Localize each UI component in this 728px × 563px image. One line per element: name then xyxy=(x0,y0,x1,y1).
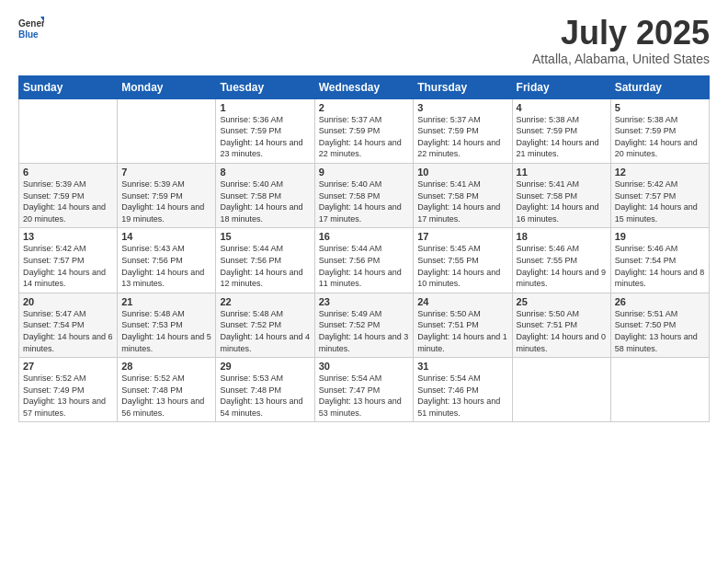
table-row: 25Sunrise: 5:50 AM Sunset: 7:51 PM Dayli… xyxy=(512,293,610,357)
table-row: 26Sunrise: 5:51 AM Sunset: 7:50 PM Dayli… xyxy=(610,293,709,357)
day-info: Sunrise: 5:45 AM Sunset: 7:55 PM Dayligh… xyxy=(417,243,507,289)
logo-icon: General Blue xyxy=(18,15,44,40)
table-row: 3Sunrise: 5:37 AM Sunset: 7:59 PM Daylig… xyxy=(414,98,512,163)
day-info: Sunrise: 5:53 AM Sunset: 7:48 PM Dayligh… xyxy=(220,373,310,419)
day-number: 9 xyxy=(319,167,410,178)
day-number: 12 xyxy=(615,167,705,178)
day-info: Sunrise: 5:50 AM Sunset: 7:51 PM Dayligh… xyxy=(517,308,607,354)
calendar-header-row: Sunday Monday Tuesday Wednesday Thursday… xyxy=(19,75,710,98)
day-info: Sunrise: 5:37 AM Sunset: 7:59 PM Dayligh… xyxy=(417,114,507,160)
day-number: 14 xyxy=(121,231,211,242)
calendar-week-row: 27Sunrise: 5:52 AM Sunset: 7:49 PM Dayli… xyxy=(19,358,710,422)
day-number: 26 xyxy=(615,296,705,307)
svg-text:General: General xyxy=(18,18,44,29)
col-thursday: Thursday xyxy=(414,75,512,98)
col-tuesday: Tuesday xyxy=(216,75,314,98)
table-row: 29Sunrise: 5:53 AM Sunset: 7:48 PM Dayli… xyxy=(216,358,314,422)
day-info: Sunrise: 5:37 AM Sunset: 7:59 PM Dayligh… xyxy=(319,114,410,160)
day-info: Sunrise: 5:48 AM Sunset: 7:52 PM Dayligh… xyxy=(220,308,310,354)
day-number: 11 xyxy=(517,167,607,178)
day-info: Sunrise: 5:47 AM Sunset: 7:54 PM Dayligh… xyxy=(23,308,113,354)
table-row: 9Sunrise: 5:40 AM Sunset: 7:58 PM Daylig… xyxy=(314,163,414,227)
table-row xyxy=(610,358,709,422)
day-number: 17 xyxy=(417,231,507,242)
day-info: Sunrise: 5:54 AM Sunset: 7:46 PM Dayligh… xyxy=(417,373,507,419)
day-number: 7 xyxy=(121,167,211,178)
day-info: Sunrise: 5:40 AM Sunset: 7:58 PM Dayligh… xyxy=(319,178,410,224)
day-number: 13 xyxy=(23,231,113,242)
day-number: 19 xyxy=(615,231,705,242)
day-info: Sunrise: 5:40 AM Sunset: 7:58 PM Dayligh… xyxy=(220,178,310,224)
day-number: 16 xyxy=(319,231,410,242)
day-info: Sunrise: 5:50 AM Sunset: 7:51 PM Dayligh… xyxy=(417,308,507,354)
table-row: 13Sunrise: 5:42 AM Sunset: 7:57 PM Dayli… xyxy=(19,228,118,293)
col-monday: Monday xyxy=(118,75,216,98)
table-row: 11Sunrise: 5:41 AM Sunset: 7:58 PM Dayli… xyxy=(512,163,610,227)
day-number: 27 xyxy=(23,361,113,372)
day-number: 8 xyxy=(220,167,310,178)
day-number: 31 xyxy=(417,361,507,372)
col-wednesday: Wednesday xyxy=(314,75,414,98)
day-info: Sunrise: 5:54 AM Sunset: 7:47 PM Dayligh… xyxy=(319,373,410,419)
table-row: 21Sunrise: 5:48 AM Sunset: 7:53 PM Dayli… xyxy=(118,293,216,357)
day-info: Sunrise: 5:42 AM Sunset: 7:57 PM Dayligh… xyxy=(23,243,113,289)
day-info: Sunrise: 5:41 AM Sunset: 7:58 PM Dayligh… xyxy=(417,178,507,224)
day-info: Sunrise: 5:52 AM Sunset: 7:48 PM Dayligh… xyxy=(121,373,211,419)
day-number: 22 xyxy=(220,296,310,307)
day-number: 28 xyxy=(121,361,211,372)
calendar-week-row: 20Sunrise: 5:47 AM Sunset: 7:54 PM Dayli… xyxy=(19,293,710,357)
table-row: 27Sunrise: 5:52 AM Sunset: 7:49 PM Dayli… xyxy=(19,358,118,422)
table-row: 15Sunrise: 5:44 AM Sunset: 7:56 PM Dayli… xyxy=(216,228,314,293)
table-row: 18Sunrise: 5:46 AM Sunset: 7:55 PM Dayli… xyxy=(512,228,610,293)
table-row: 19Sunrise: 5:46 AM Sunset: 7:54 PM Dayli… xyxy=(610,228,709,293)
day-number: 18 xyxy=(517,231,607,242)
col-sunday: Sunday xyxy=(19,75,118,98)
calendar-week-row: 13Sunrise: 5:42 AM Sunset: 7:57 PM Dayli… xyxy=(19,228,710,293)
table-row xyxy=(512,358,610,422)
day-number: 3 xyxy=(417,102,507,113)
title-block: July 2025 Attalla, Alabama, United State… xyxy=(532,15,710,66)
day-number: 2 xyxy=(319,102,410,113)
table-row: 10Sunrise: 5:41 AM Sunset: 7:58 PM Dayli… xyxy=(414,163,512,227)
table-row: 30Sunrise: 5:54 AM Sunset: 7:47 PM Dayli… xyxy=(314,358,414,422)
day-info: Sunrise: 5:46 AM Sunset: 7:55 PM Dayligh… xyxy=(517,243,607,289)
day-info: Sunrise: 5:44 AM Sunset: 7:56 PM Dayligh… xyxy=(220,243,310,289)
table-row: 31Sunrise: 5:54 AM Sunset: 7:46 PM Dayli… xyxy=(414,358,512,422)
day-number: 21 xyxy=(121,296,211,307)
table-row: 12Sunrise: 5:42 AM Sunset: 7:57 PM Dayli… xyxy=(610,163,709,227)
table-row: 20Sunrise: 5:47 AM Sunset: 7:54 PM Dayli… xyxy=(19,293,118,357)
calendar-table: Sunday Monday Tuesday Wednesday Thursday… xyxy=(18,75,710,423)
day-info: Sunrise: 5:39 AM Sunset: 7:59 PM Dayligh… xyxy=(121,178,211,224)
day-number: 5 xyxy=(615,102,705,113)
table-row: 24Sunrise: 5:50 AM Sunset: 7:51 PM Dayli… xyxy=(414,293,512,357)
day-number: 4 xyxy=(517,102,607,113)
day-number: 15 xyxy=(220,231,310,242)
col-friday: Friday xyxy=(512,75,610,98)
day-info: Sunrise: 5:39 AM Sunset: 7:59 PM Dayligh… xyxy=(23,178,113,224)
day-info: Sunrise: 5:38 AM Sunset: 7:59 PM Dayligh… xyxy=(517,114,607,160)
day-info: Sunrise: 5:52 AM Sunset: 7:49 PM Dayligh… xyxy=(23,373,113,419)
page-header: General Blue July 2025 Attalla, Alabama,… xyxy=(18,15,710,66)
day-number: 6 xyxy=(23,167,113,178)
table-row: 5Sunrise: 5:38 AM Sunset: 7:59 PM Daylig… xyxy=(610,98,709,163)
table-row xyxy=(118,98,216,163)
table-row xyxy=(19,98,118,163)
location-subtitle: Attalla, Alabama, United States xyxy=(532,52,710,66)
table-row: 4Sunrise: 5:38 AM Sunset: 7:59 PM Daylig… xyxy=(512,98,610,163)
day-number: 20 xyxy=(23,296,113,307)
day-info: Sunrise: 5:48 AM Sunset: 7:53 PM Dayligh… xyxy=(121,308,211,354)
table-row: 2Sunrise: 5:37 AM Sunset: 7:59 PM Daylig… xyxy=(314,98,414,163)
day-number: 25 xyxy=(517,296,607,307)
day-info: Sunrise: 5:42 AM Sunset: 7:57 PM Dayligh… xyxy=(615,178,705,224)
day-number: 30 xyxy=(319,361,410,372)
day-number: 29 xyxy=(220,361,310,372)
day-info: Sunrise: 5:38 AM Sunset: 7:59 PM Dayligh… xyxy=(615,114,705,160)
day-number: 1 xyxy=(220,102,310,113)
col-saturday: Saturday xyxy=(610,75,709,98)
day-number: 23 xyxy=(319,296,410,307)
day-info: Sunrise: 5:41 AM Sunset: 7:58 PM Dayligh… xyxy=(517,178,607,224)
table-row: 8Sunrise: 5:40 AM Sunset: 7:58 PM Daylig… xyxy=(216,163,314,227)
calendar-week-row: 1Sunrise: 5:36 AM Sunset: 7:59 PM Daylig… xyxy=(19,98,710,163)
day-info: Sunrise: 5:51 AM Sunset: 7:50 PM Dayligh… xyxy=(615,308,705,354)
table-row: 7Sunrise: 5:39 AM Sunset: 7:59 PM Daylig… xyxy=(118,163,216,227)
